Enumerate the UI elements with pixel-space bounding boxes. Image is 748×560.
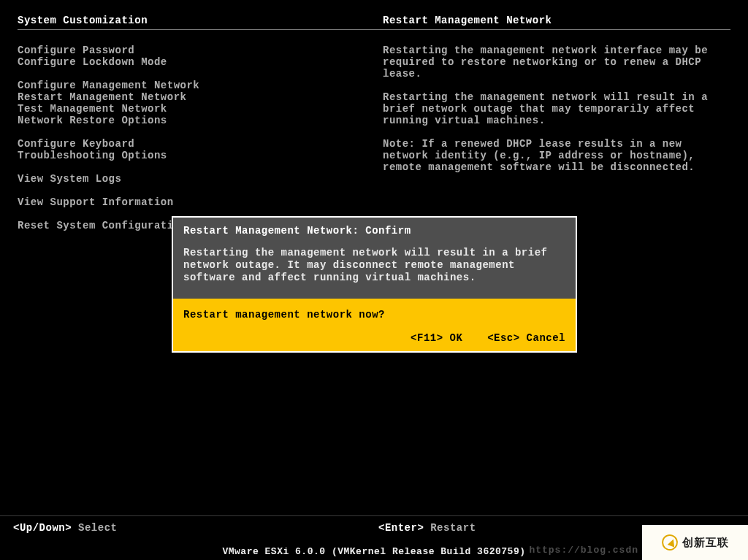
menu-item-configure-management-network[interactable]: Configure Management Network [18, 80, 383, 91]
watermark-url: https://blog.csdn [529, 545, 638, 556]
header-row: System Customization Restart Management … [18, 15, 730, 30]
footer-hints: <Up/Down> Select <Enter> Restart [0, 515, 748, 540]
menu-item-view-system-logs[interactable]: View System Logs [18, 173, 383, 185]
menu-column: Configure Password Configure Lockdown Mo… [18, 45, 383, 231]
brand-text: 创新互联 [682, 536, 729, 550]
dialog-actions: <F11> OK <Esc> Cancel [183, 332, 565, 344]
brand-badge: 创新互联 [642, 525, 748, 560]
dialog-title: Restart Management Network: Confirm [183, 225, 565, 237]
footer-right-label: Restart [430, 522, 476, 534]
dialog-question: Restart management network now? [183, 309, 565, 321]
description-column: Restarting the management network interf… [383, 45, 730, 231]
dialog-ok-button[interactable]: <F11> OK [411, 332, 462, 344]
footer-right: <Enter> Restart [378, 522, 476, 534]
menu-item-view-support-information[interactable]: View Support Information [18, 196, 383, 208]
dialog-header-area: Restart Management Network: Confirm Rest… [173, 218, 576, 299]
key-updown: <Up/Down> [13, 522, 72, 534]
menu-item-test-management-network[interactable]: Test Management Network [18, 103, 383, 115]
esxi-dcui-screen: System Customization Restart Management … [0, 0, 748, 560]
key-enter: <Enter> [378, 522, 424, 534]
description-paragraph-3: Note: If a renewed DHCP lease results in… [383, 138, 730, 173]
header-left: System Customization [18, 15, 383, 26]
dialog-cancel-button[interactable]: <Esc> Cancel [487, 332, 565, 344]
menu-item-configure-lockdown-mode[interactable]: Configure Lockdown Mode [18, 56, 383, 68]
menu-item-configure-password[interactable]: Configure Password [18, 45, 383, 56]
menu-item-configure-keyboard[interactable]: Configure Keyboard [18, 138, 383, 150]
dialog-action-area: Restart management network now? <F11> OK… [173, 299, 576, 351]
brand-logo-icon [659, 532, 679, 553]
content-area: System Customization Restart Management … [0, 0, 748, 231]
menu-item-restart-management-network[interactable]: Restart Management Network [18, 91, 383, 103]
description-paragraph-1: Restarting the management network interf… [383, 45, 730, 80]
menu-item-network-restore-options[interactable]: Network Restore Options [18, 115, 383, 126]
menu-item-troubleshooting-options[interactable]: Troubleshooting Options [18, 150, 383, 161]
confirm-dialog: Restart Management Network: Confirm Rest… [172, 216, 577, 353]
dialog-body-text: Restarting the management network will r… [183, 247, 565, 284]
footer-left-label: Select [78, 522, 117, 534]
main-columns: Configure Password Configure Lockdown Mo… [18, 45, 730, 231]
footer-left: <Up/Down> Select [13, 522, 378, 534]
header-right: Restart Management Network [383, 15, 552, 26]
description-paragraph-2: Restarting the management network will r… [383, 91, 730, 126]
